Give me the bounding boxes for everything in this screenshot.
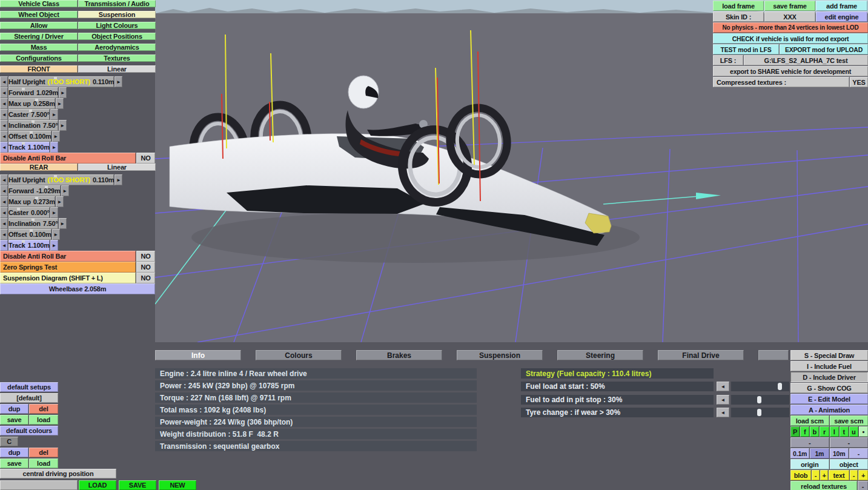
reload-textures-button[interactable]: reload textures <box>790 481 857 490</box>
left-arrow-icon[interactable]: ◄ <box>717 395 729 405</box>
view-toggle-b[interactable]: b <box>810 426 819 437</box>
blob-plus-button[interactable]: + <box>820 470 828 480</box>
setup-del-button[interactable]: del <box>29 404 58 414</box>
menu-mass[interactable]: Mass <box>0 44 78 51</box>
slider-rear-offset[interactable]: Offset0.100m <box>8 229 51 240</box>
menu-configurations[interactable]: Configurations <box>0 55 78 62</box>
edit-engine-button[interactable]: edit engine <box>816 12 867 22</box>
rear-disable-arb-button[interactable]: Disable Anti Roll Bar <box>0 251 136 262</box>
front-disable-arb-value[interactable]: NO <box>136 153 155 164</box>
menu-textures[interactable]: Textures <box>78 55 156 62</box>
left-arrow-icon[interactable]: ◄ <box>0 185 8 196</box>
left-arrow-icon[interactable]: ◄ <box>717 408 729 417</box>
reload-minus-button[interactable]: - <box>858 481 868 490</box>
right-arrow-icon[interactable]: ► <box>50 142 58 153</box>
setup-current-value[interactable]: [default] <box>0 393 58 403</box>
default-setups-button[interactable]: default setups <box>0 382 58 392</box>
slider-front-half-upright[interactable]: Half Upright(TOO SHORT)0.110m <box>8 76 114 87</box>
export-mod-button[interactable]: EXPORT mod for UPLOAD <box>780 44 868 55</box>
left-arrow-icon[interactable]: ◄ <box>0 98 8 109</box>
grid-size-01m[interactable]: 0.1m <box>790 448 809 459</box>
colour-load-button[interactable]: load <box>29 459 58 468</box>
slider-rear-max-up[interactable]: Max up0.273m <box>8 196 55 207</box>
load-button[interactable]: LOAD <box>79 480 116 490</box>
rear-disable-arb-value[interactable]: NO <box>136 251 155 262</box>
slider-thumb[interactable] <box>757 409 761 416</box>
grid-size-1m[interactable]: 1m <box>810 448 829 459</box>
right-arrow-icon[interactable]: ► <box>61 185 69 196</box>
blob-button[interactable]: blob <box>790 470 811 480</box>
slider-front-inclination[interactable]: Inclination7.50° <box>8 120 58 131</box>
front-header[interactable]: FRONT <box>0 65 78 73</box>
minus-button-b[interactable]: - <box>830 437 868 448</box>
left-arrow-icon[interactable]: ◄ <box>0 87 8 98</box>
colour-save-button[interactable]: save <box>0 459 28 468</box>
skin-id-value[interactable]: XXX <box>764 12 815 22</box>
view-toggle-r[interactable]: r <box>820 426 829 437</box>
slider-rear-inclination[interactable]: Inclination7.50° <box>8 218 58 229</box>
text-minus-button[interactable]: - <box>850 470 858 480</box>
object-button[interactable]: object <box>830 459 868 469</box>
slider-front-offset[interactable]: Offset0.100m <box>8 131 51 142</box>
menu-object-positions[interactable]: Object Positions <box>78 33 156 40</box>
view-toggle-p[interactable]: P <box>790 426 800 437</box>
menu-steering-driver[interactable]: Steering / Driver <box>0 33 78 40</box>
animation-button[interactable]: A - Animation <box>790 405 868 415</box>
setup-dup-button[interactable]: dup <box>0 404 28 414</box>
right-arrow-icon[interactable]: ► <box>52 131 60 142</box>
menu-wheel-object[interactable]: Wheel Object <box>0 11 78 18</box>
front-mode-linear[interactable]: Linear <box>78 65 156 73</box>
slider-rear-half-upright[interactable]: Half Upright(TOO SHORT)0.110m <box>8 174 114 185</box>
right-arrow-icon[interactable]: ► <box>50 240 58 251</box>
left-arrow-icon[interactable]: ◄ <box>0 229 8 240</box>
minus-button-a[interactable]: - <box>790 437 829 448</box>
left-arrow-icon[interactable]: ◄ <box>0 109 8 120</box>
right-arrow-icon[interactable]: ► <box>50 109 58 120</box>
compressed-textures-value[interactable]: YES <box>850 77 868 87</box>
menu-light-colours[interactable]: Light Colours <box>78 22 156 29</box>
grid-size-10m[interactable]: 10m <box>830 448 849 459</box>
load-scm-button[interactable]: load scm <box>790 416 829 426</box>
tab-partial[interactable] <box>758 350 789 360</box>
front-disable-arb-button[interactable]: Disable Anti Roll Bar <box>0 153 136 164</box>
slider-rear-caster[interactable]: Caster0.000° <box>8 207 50 218</box>
edit-model-button[interactable]: E - Edit Model <box>790 394 868 404</box>
lfs-path-value[interactable]: G:\LFS_S2_ALPHA_7C test <box>744 55 868 65</box>
left-arrow-icon[interactable]: ◄ <box>0 218 8 229</box>
right-arrow-icon[interactable]: ► <box>59 218 67 229</box>
menu-transmission-audio[interactable]: Transmission / Audio <box>78 0 156 7</box>
setup-save-button[interactable]: save <box>0 415 28 425</box>
blob-minus-button[interactable]: - <box>812 470 820 480</box>
origin-button[interactable]: origin <box>790 459 829 469</box>
driving-position-button[interactable]: central driving position <box>0 469 116 478</box>
grid-size-minus[interactable]: - <box>849 448 868 459</box>
zero-springs-test-button[interactable]: Zero Springs Test <box>0 262 136 273</box>
slider-rear-track[interactable]: Track1.100m <box>8 240 50 251</box>
slider-thumb[interactable] <box>778 383 782 390</box>
load-frame-button[interactable]: load frame <box>713 1 764 11</box>
left-arrow-icon[interactable]: ◄ <box>0 174 8 185</box>
tab-colours[interactable]: Colours <box>256 350 342 360</box>
left-arrow-icon[interactable]: ◄ <box>0 131 8 142</box>
text-plus-button[interactable]: + <box>858 470 868 480</box>
include-fuel-button[interactable]: I - Include Fuel <box>790 361 868 371</box>
left-arrow-icon[interactable]: ◄ <box>0 240 8 251</box>
export-share-button[interactable]: export to SHARE vehicle for development <box>713 66 868 76</box>
strategy-fuel-pit-slider[interactable] <box>731 395 789 405</box>
text-button[interactable]: text <box>829 470 849 480</box>
left-arrow-icon[interactable]: ◄ <box>717 382 729 391</box>
include-driver-button[interactable]: D - Include Driver <box>790 372 868 382</box>
setup-load-button[interactable]: load <box>29 415 58 425</box>
tab-info[interactable]: Info <box>155 350 241 360</box>
save-frame-button[interactable]: save frame <box>764 1 815 11</box>
right-arrow-icon[interactable]: ► <box>56 98 64 109</box>
menu-vehicle-class[interactable]: Vehicle Class <box>0 0 78 7</box>
check-valid-button[interactable]: CHECK if vehicle is valid for mod export <box>713 33 868 44</box>
colour-current-value[interactable]: C <box>0 437 18 446</box>
colour-del-button[interactable]: del <box>29 448 58 457</box>
right-arrow-icon[interactable]: ► <box>59 87 67 98</box>
strategy-fuel-start-slider[interactable] <box>731 382 789 391</box>
slider-front-track[interactable]: Track1.100m <box>8 142 50 153</box>
tab-suspension[interactable]: Suspension <box>457 350 543 360</box>
view-toggle-t[interactable]: t <box>840 426 849 437</box>
